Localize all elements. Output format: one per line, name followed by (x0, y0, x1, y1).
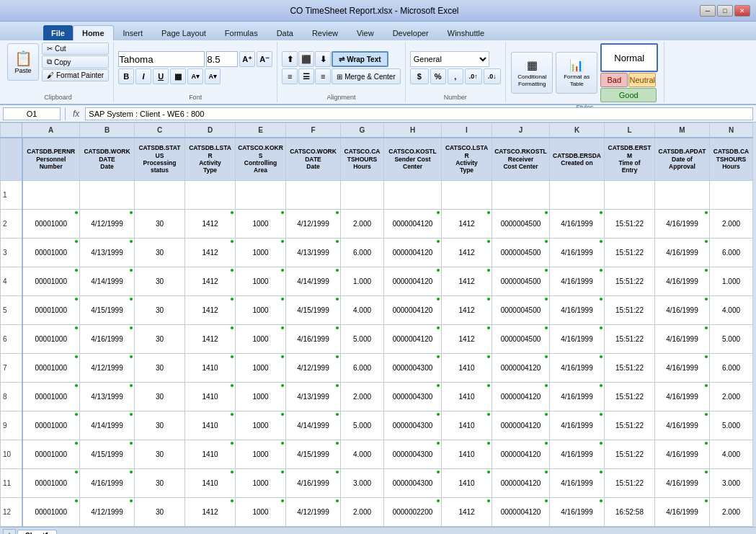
cell[interactable]: 2.000 (341, 498, 384, 527)
cell[interactable]: 3.000 (341, 469, 384, 498)
cell[interactable]: 4/15/1999 (80, 296, 135, 325)
cell[interactable]: 30 (135, 411, 185, 440)
cell[interactable]: 1412 (442, 267, 492, 296)
cell[interactable]: 4/14/1999 (80, 411, 135, 440)
copy-button[interactable]: ⧉ Copy (42, 55, 109, 68)
cell[interactable]: 1410 (185, 383, 236, 411)
currency-button[interactable]: $ (410, 68, 429, 84)
cell[interactable] (80, 181, 135, 210)
cell[interactable]: 3.000 (710, 469, 753, 498)
cell[interactable]: 1412 (442, 210, 492, 239)
tab-review[interactable]: Review (303, 25, 347, 40)
cell[interactable]: 4/15/1999 (286, 440, 341, 469)
cell[interactable]: 15:51:22 (605, 411, 655, 440)
cell[interactable]: 30 (135, 325, 185, 354)
percent-button[interactable]: % (430, 68, 446, 84)
cell[interactable]: 4/14/1999 (286, 267, 341, 296)
cell[interactable]: 00001000 (22, 296, 80, 325)
cell[interactable]: 5.000 (341, 411, 384, 440)
close-button[interactable]: ✕ (734, 5, 750, 17)
cell[interactable]: 1410 (442, 411, 492, 440)
cell[interactable]: 4.000 (341, 296, 384, 325)
col-header-d[interactable]: D (185, 123, 236, 138)
align-mid-button[interactable]: ⬛ (298, 51, 314, 67)
cell[interactable]: 15:51:22 (605, 210, 655, 239)
underline-button[interactable]: U (153, 68, 169, 84)
cell[interactable]: 2.000 (710, 210, 753, 239)
cell[interactable] (22, 181, 80, 210)
cell[interactable]: 0000004300 (384, 354, 442, 383)
cell[interactable]: 1000 (236, 354, 286, 383)
col-header-g[interactable]: G (341, 123, 384, 138)
cell[interactable]: 4/12/1999 (286, 210, 341, 239)
cell[interactable]: 4/16/1999 (550, 210, 605, 239)
font-name-input[interactable] (118, 51, 205, 67)
bold-button[interactable]: B (118, 68, 134, 84)
cell[interactable]: 2.000 (341, 210, 384, 239)
cell[interactable]: 5.000 (710, 325, 753, 354)
cell[interactable]: 00001000 (22, 411, 80, 440)
cell[interactable]: 4/12/1999 (286, 498, 341, 527)
font-color-button[interactable]: A▾ (205, 68, 221, 84)
cell[interactable]: 4/16/1999 (655, 411, 710, 440)
cell[interactable] (710, 181, 753, 210)
cell[interactable]: 6.000 (710, 239, 753, 267)
cell[interactable]: 1410 (185, 354, 236, 383)
cell[interactable]: 1410 (185, 440, 236, 469)
cell[interactable]: 4/16/1999 (655, 239, 710, 267)
cell[interactable]: 00001000 (22, 267, 80, 296)
tab-data[interactable]: Data (267, 25, 303, 40)
cell[interactable]: 4/16/1999 (655, 354, 710, 383)
new-sheet-button[interactable]: + (3, 529, 16, 535)
tab-file[interactable]: File (43, 25, 73, 40)
cell[interactable]: 6.000 (710, 354, 753, 383)
tab-developer[interactable]: Developer (383, 25, 438, 40)
cell[interactable]: 00001000 (22, 210, 80, 239)
cell[interactable]: 4/16/1999 (655, 267, 710, 296)
cell[interactable]: 0000004500 (492, 325, 550, 354)
tab-insert[interactable]: Insert (114, 25, 153, 40)
cell[interactable]: 0000004500 (492, 267, 550, 296)
cell[interactable]: 30 (135, 296, 185, 325)
cell[interactable] (492, 181, 550, 210)
cell[interactable] (135, 181, 185, 210)
cell[interactable]: 30 (135, 383, 185, 411)
col-header-e[interactable]: E (236, 123, 286, 138)
cell[interactable]: 1.000 (710, 267, 753, 296)
cell[interactable]: 0000004120 (492, 411, 550, 440)
cell[interactable]: 00001000 (22, 498, 80, 527)
cell[interactable]: 0000004120 (384, 325, 442, 354)
paste-button[interactable]: 📋 Paste (7, 43, 39, 81)
cell[interactable]: 1410 (442, 354, 492, 383)
cell[interactable]: 4/13/1999 (80, 239, 135, 267)
cell[interactable]: 0000004120 (492, 498, 550, 527)
cell[interactable]: 4/16/1999 (655, 210, 710, 239)
cell[interactable]: 0000004120 (384, 239, 442, 267)
cell[interactable]: 0000004120 (492, 469, 550, 498)
col-header-h[interactable]: H (384, 123, 442, 138)
cell[interactable]: 15:51:22 (605, 325, 655, 354)
cell[interactable]: 4/16/1999 (550, 383, 605, 411)
cell[interactable]: 0000004500 (492, 239, 550, 267)
align-left-button[interactable]: ≡ (282, 68, 298, 84)
cell[interactable]: 0000004300 (384, 469, 442, 498)
italic-button[interactable]: I (135, 68, 151, 84)
cell[interactable]: 4/16/1999 (550, 296, 605, 325)
cell[interactable]: 1000 (236, 296, 286, 325)
cell[interactable]: 15:51:22 (605, 354, 655, 383)
cut-button[interactable]: ✂ Cut (42, 43, 109, 55)
cell[interactable]: 1000 (236, 325, 286, 354)
cell[interactable]: 00001000 (22, 239, 80, 267)
col-header-k[interactable]: K (550, 123, 605, 138)
normal-style-button[interactable]: Normal (600, 43, 658, 72)
cell[interactable]: 4/12/1999 (80, 354, 135, 383)
cell[interactable]: 4/16/1999 (80, 325, 135, 354)
cell[interactable]: 4/12/1999 (80, 210, 135, 239)
cell[interactable]: 2.000 (710, 498, 753, 527)
cell[interactable]: 00001000 (22, 354, 80, 383)
cell[interactable]: 4.000 (710, 296, 753, 325)
formula-input[interactable] (85, 107, 753, 120)
cell[interactable]: 1000 (236, 267, 286, 296)
minimize-button[interactable]: ─ (700, 5, 716, 17)
cell[interactable]: 1410 (185, 469, 236, 498)
